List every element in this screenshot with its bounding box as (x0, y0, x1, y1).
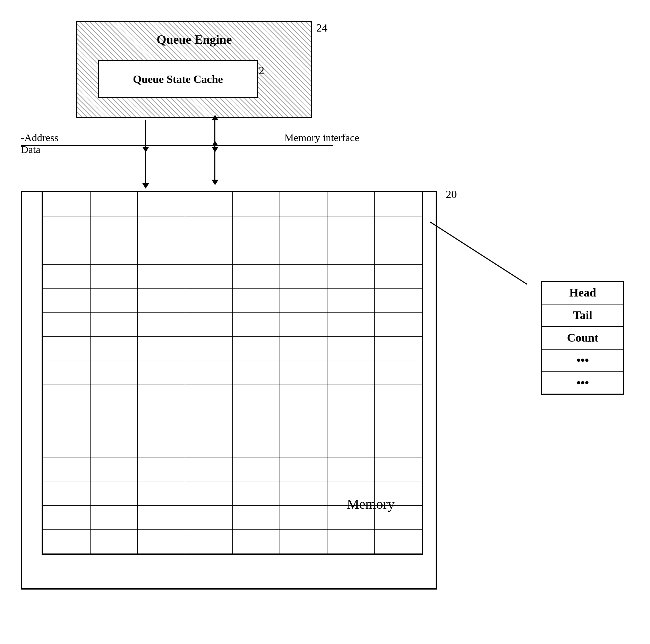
queue-engine-label: Queue Engine (77, 32, 311, 47)
grid-cell (185, 409, 232, 433)
arrow-double-lower (214, 146, 215, 180)
grid-cell (43, 361, 91, 385)
grid-cell (232, 312, 280, 337)
grid-cell (375, 289, 422, 313)
grid-cell (43, 337, 91, 361)
ref-24: 24 (316, 22, 327, 34)
grid-cell (138, 312, 185, 337)
grid-cell (43, 481, 91, 506)
grid-cell (280, 264, 327, 289)
grid-cell (90, 530, 138, 554)
diagram-container: Queue Engine Queue State Cache 24 22 20 … (0, 0, 650, 644)
grid-cell (185, 457, 232, 481)
grid-cell (185, 289, 232, 313)
grid-cell (375, 433, 422, 457)
state-table-cell: Tail (542, 304, 624, 327)
grid-cell (375, 264, 422, 289)
grid-cell (43, 505, 91, 530)
grid-cell (138, 361, 185, 385)
grid-cell (232, 481, 280, 506)
grid-cell (280, 481, 327, 506)
grid-cell (185, 192, 232, 216)
grid-cell (43, 192, 91, 216)
grid-cell (90, 337, 138, 361)
grid-cell (232, 240, 280, 265)
grid-cell (90, 289, 138, 313)
grid-cell (232, 361, 280, 385)
grid-cell (375, 457, 422, 481)
grid-cell (138, 385, 185, 409)
grid-cell (375, 385, 422, 409)
grid-cell (232, 264, 280, 289)
grid-cell (375, 361, 422, 385)
grid-cell (43, 216, 91, 240)
grid-cell (327, 216, 375, 240)
grid-cell (185, 481, 232, 506)
grid-cell (43, 433, 91, 457)
grid-cell (185, 385, 232, 409)
grid-cell (90, 216, 138, 240)
grid-cell (327, 433, 375, 457)
grid-cell (90, 505, 138, 530)
grid-cell (232, 337, 280, 361)
grid-cell (375, 240, 422, 265)
grid-cell (327, 192, 375, 216)
grid-cell (375, 337, 422, 361)
grid-cell (327, 264, 375, 289)
grid-cell (43, 457, 91, 481)
grid-cell (185, 505, 232, 530)
state-table-cell: ••• (542, 372, 624, 394)
grid-cell (327, 385, 375, 409)
grid-cell (138, 192, 185, 216)
grid-cell (90, 361, 138, 385)
grid-cell (232, 433, 280, 457)
grid-cell (232, 457, 280, 481)
grid-cell (375, 530, 422, 554)
grid-cell (232, 505, 280, 530)
grid-cell (327, 240, 375, 265)
grid-cell (90, 457, 138, 481)
grid-cell (90, 385, 138, 409)
state-table-cell: Head (542, 282, 624, 304)
grid-cell (185, 361, 232, 385)
memory-label: Memory (347, 496, 395, 512)
grid-cell (280, 192, 327, 216)
grid-cell (138, 289, 185, 313)
grid-cell (280, 337, 327, 361)
queue-state-cache-label: Queue State Cache (133, 73, 223, 86)
grid-cell (90, 264, 138, 289)
grid-cell (280, 409, 327, 433)
grid-cell (232, 409, 280, 433)
grid-cell (138, 530, 185, 554)
grid-cell (185, 433, 232, 457)
grid-cell (280, 505, 327, 530)
grid-cell (375, 216, 422, 240)
grid-cell (185, 240, 232, 265)
grid-cell (90, 481, 138, 506)
address-data-line (21, 145, 333, 146)
grid-cell (280, 289, 327, 313)
grid-cell (138, 409, 185, 433)
grid-cell (90, 409, 138, 433)
grid-cell (327, 409, 375, 433)
grid-cell (280, 312, 327, 337)
grid-cell (327, 361, 375, 385)
grid-cell (43, 530, 91, 554)
grid-cell (232, 385, 280, 409)
grid-cell (90, 192, 138, 216)
grid-cell (375, 312, 422, 337)
grid-cell (280, 385, 327, 409)
grid-cell (327, 530, 375, 554)
grid-cell (90, 433, 138, 457)
grid-cell (185, 337, 232, 361)
grid-cell (43, 240, 91, 265)
grid-cell (138, 433, 185, 457)
grid-cell (43, 312, 91, 337)
grid-cell (232, 530, 280, 554)
svg-line-0 (430, 222, 527, 284)
grid-cell (138, 457, 185, 481)
grid-cell (280, 530, 327, 554)
memory-interface-label: Memory interface (284, 132, 359, 144)
grid-cell (327, 289, 375, 313)
grid-cell (185, 264, 232, 289)
